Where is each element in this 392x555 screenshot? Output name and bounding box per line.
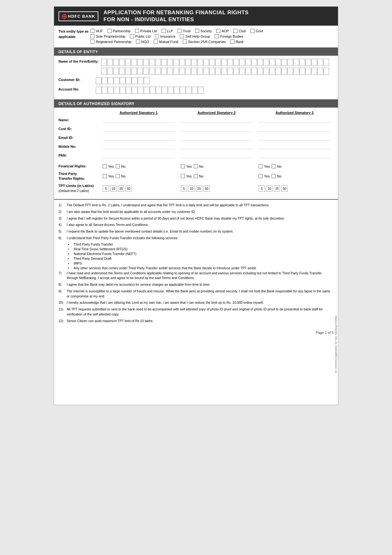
tpt-1-val-50[interactable]: 50 bbox=[126, 185, 132, 192]
entity-society[interactable]: Society bbox=[195, 29, 212, 33]
tpt-rights-2-yes-box[interactable] bbox=[181, 174, 185, 178]
entity-self-help-group[interactable]: Self Help Group bbox=[180, 34, 210, 38]
sole-prop-checkbox[interactable] bbox=[90, 34, 95, 38]
char-box[interactable] bbox=[138, 77, 144, 84]
char-box[interactable] bbox=[107, 68, 113, 75]
fin-rights-2-yes[interactable]: Yes bbox=[181, 164, 192, 168]
entity-registered-partnership[interactable]: Registered Partnership bbox=[90, 40, 132, 44]
entity-aop[interactable]: AOP bbox=[216, 29, 229, 33]
char-box[interactable] bbox=[161, 59, 167, 66]
entity-private-ltd[interactable]: Private Ltd bbox=[135, 29, 157, 33]
char-box[interactable] bbox=[113, 68, 119, 75]
char-box[interactable] bbox=[305, 59, 311, 66]
char-box[interactable] bbox=[180, 87, 186, 94]
char-box[interactable] bbox=[185, 68, 191, 75]
char-box[interactable] bbox=[233, 59, 239, 66]
insurance-checkbox[interactable] bbox=[155, 34, 159, 38]
char-box[interactable] bbox=[149, 59, 155, 66]
char-box[interactable] bbox=[143, 68, 149, 75]
tpt-3-val-5[interactable]: 5 bbox=[259, 185, 265, 192]
char-box[interactable] bbox=[227, 68, 233, 75]
tpt-2-val-25[interactable]: 25 bbox=[196, 185, 202, 192]
tpt-rights-1-no[interactable]: No bbox=[116, 174, 126, 178]
self-help-checkbox[interactable] bbox=[180, 34, 184, 38]
char-box[interactable] bbox=[144, 77, 150, 84]
fin-rights-3-yes[interactable]: Yes bbox=[259, 164, 270, 168]
char-box[interactable] bbox=[215, 59, 221, 66]
entity-section-258[interactable]: Section 25/8 Companies bbox=[183, 40, 226, 44]
tpt-rights-3-no[interactable]: No bbox=[272, 174, 281, 178]
char-box[interactable] bbox=[197, 68, 203, 75]
char-box[interactable] bbox=[203, 68, 209, 75]
char-box[interactable] bbox=[168, 87, 174, 94]
entity-foreign-bodies[interactable]: Foreign Bodies bbox=[215, 34, 243, 38]
auth-email-1[interactable] bbox=[103, 135, 175, 140]
char-box[interactable] bbox=[155, 68, 161, 75]
char-box[interactable] bbox=[293, 68, 299, 75]
firm-name-input[interactable] bbox=[101, 59, 329, 75]
char-box[interactable] bbox=[102, 77, 107, 84]
char-box[interactable] bbox=[227, 59, 233, 66]
char-box[interactable] bbox=[101, 68, 107, 75]
char-box[interactable] bbox=[191, 68, 197, 75]
mutual-fund-checkbox[interactable] bbox=[154, 40, 158, 44]
char-box[interactable] bbox=[113, 59, 119, 66]
char-box[interactable] bbox=[287, 59, 293, 66]
entity-insurance[interactable]: Insurance bbox=[155, 34, 175, 38]
char-box[interactable] bbox=[275, 68, 281, 75]
entity-trust[interactable]: Trust bbox=[177, 29, 191, 33]
char-box[interactable] bbox=[269, 68, 275, 75]
char-box[interactable] bbox=[203, 59, 209, 66]
govt-checkbox[interactable] bbox=[250, 29, 254, 33]
char-box[interactable] bbox=[143, 59, 149, 66]
entity-partnership[interactable]: Partnership bbox=[107, 29, 131, 33]
char-box[interactable] bbox=[131, 59, 137, 66]
auth-mobile-2[interactable] bbox=[181, 144, 253, 149]
partnership-checkbox[interactable] bbox=[107, 29, 112, 33]
char-box[interactable] bbox=[245, 59, 251, 66]
society-checkbox[interactable] bbox=[195, 29, 199, 33]
entity-huf[interactable]: HUF bbox=[90, 29, 103, 33]
char-box[interactable] bbox=[323, 68, 329, 75]
tpt-3-val-10[interactable]: 10 bbox=[266, 185, 273, 192]
club-checkbox[interactable] bbox=[233, 29, 237, 33]
char-box[interactable] bbox=[293, 59, 299, 66]
auth-pan-3[interactable] bbox=[259, 153, 330, 158]
char-box[interactable] bbox=[114, 77, 119, 84]
char-box[interactable] bbox=[119, 59, 125, 66]
char-box[interactable] bbox=[305, 68, 311, 75]
auth-name-2[interactable] bbox=[181, 117, 253, 123]
char-box[interactable] bbox=[239, 59, 245, 66]
char-box[interactable] bbox=[179, 68, 185, 75]
char-box[interactable] bbox=[167, 59, 173, 66]
private-ltd-checkbox[interactable] bbox=[135, 29, 139, 33]
char-box[interactable] bbox=[198, 87, 204, 94]
char-box[interactable] bbox=[257, 68, 263, 75]
entity-govt[interactable]: Govt bbox=[250, 29, 263, 33]
char-box[interactable] bbox=[197, 59, 203, 66]
char-box[interactable] bbox=[311, 59, 317, 66]
auth-name-3[interactable] bbox=[259, 117, 330, 123]
trust-checkbox[interactable] bbox=[177, 29, 181, 33]
account-no-input[interactable] bbox=[96, 87, 204, 94]
char-box[interactable] bbox=[96, 87, 101, 94]
tpt-rights-1-yes-box[interactable] bbox=[103, 174, 107, 178]
char-box[interactable] bbox=[161, 68, 167, 75]
char-box[interactable] bbox=[173, 68, 179, 75]
section-258-checkbox[interactable] bbox=[183, 40, 187, 44]
char-box[interactable] bbox=[174, 87, 180, 94]
reg-partnership-checkbox[interactable] bbox=[90, 40, 95, 44]
fin-rights-3-no-box[interactable] bbox=[272, 164, 276, 168]
char-box[interactable] bbox=[317, 59, 323, 66]
char-box[interactable] bbox=[191, 59, 197, 66]
auth-email-2[interactable] bbox=[181, 135, 253, 140]
auth-mobile-3[interactable] bbox=[259, 144, 330, 149]
char-box[interactable] bbox=[126, 77, 132, 84]
char-box[interactable] bbox=[185, 59, 191, 66]
char-box[interactable] bbox=[192, 87, 198, 94]
char-box[interactable] bbox=[126, 87, 132, 94]
tpt-2-val-10[interactable]: 10 bbox=[188, 185, 195, 192]
char-box[interactable] bbox=[209, 68, 215, 75]
char-box[interactable] bbox=[96, 77, 101, 84]
bank-checkbox[interactable] bbox=[230, 40, 235, 44]
